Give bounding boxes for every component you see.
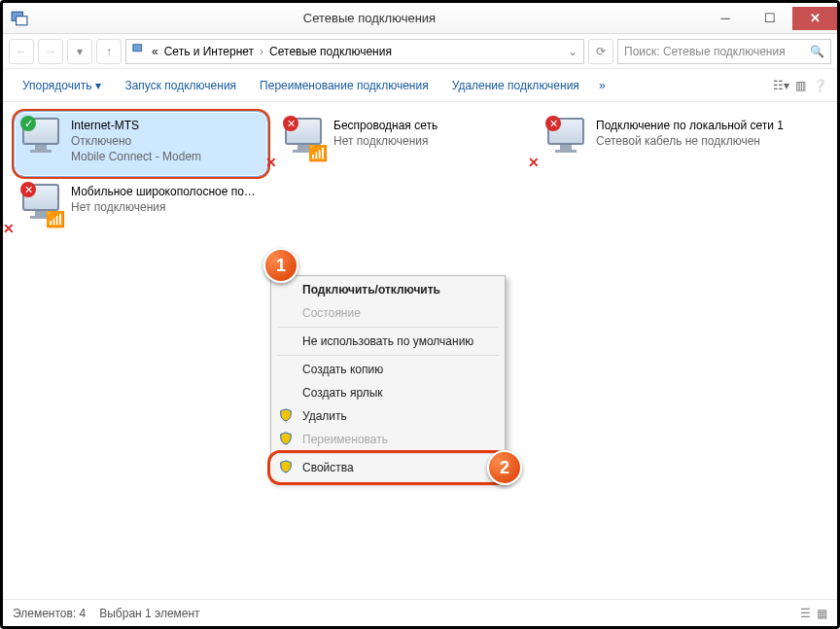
context-menu: Подключить/отключить Состояние Не исполь… [270,275,506,482]
search-placeholder: Поиск: Сетевые подключения [624,45,786,58]
connection-status: Нет подключения [71,199,260,215]
svg-rect-1 [17,16,27,24]
shield-icon [279,432,293,445]
breadcrumb-part1[interactable]: Сеть и Интернет [164,45,254,58]
callout-1: 1 [263,248,298,283]
chevron-right-icon: › [260,45,263,58]
svg-rect-2 [133,45,142,52]
menu-connect-toggle[interactable]: Подключить/отключить [273,278,503,301]
breadcrumb-part2[interactable]: Сетевые подключения [269,45,392,58]
forward-button[interactable]: → [38,39,63,64]
disconnected-x-icon: ✕ [3,221,15,236]
connection-name: Беспроводная сеть [333,118,522,133]
toolbar-more-button[interactable]: » [591,73,613,98]
chevron-down-icon[interactable]: ⌄ [568,45,578,58]
window: Сетевые подключения ← → ▾ ↑ « Сеть и Инт… [3,3,837,626]
status-badge-error-icon: ✕ [283,116,298,131]
start-connection-button[interactable]: Запуск подключения [113,73,248,98]
connections-grid: ✓ Internet-MTS Отключено Mobile Connect … [15,112,825,242]
search-box[interactable]: Поиск: Сетевые подключения 🔍 [617,39,831,64]
menu-rename: Переименовать [273,428,503,451]
menu-properties[interactable]: Свойства [273,456,503,479]
shield-icon [279,408,293,422]
toolbar: Упорядочить▾ Запуск подключения Переимен… [3,69,837,102]
preview-pane-icon[interactable]: ▥ [790,76,810,95]
statusbar: Элементов: 4 Выбран 1 элемент ☰ ▦ [3,599,837,626]
back-button[interactable]: ← [9,39,34,64]
rename-connection-button[interactable]: Переименование подключения [248,73,440,98]
organize-button[interactable]: Упорядочить▾ [11,73,113,98]
app-icon [11,10,28,27]
connection-item-lan[interactable]: ✕ Подключение по локальной сети 1 Сетево… [540,112,792,176]
maximize-button[interactable] [748,7,792,30]
callout-2: 2 [487,450,522,485]
menu-not-default[interactable]: Не использовать по умолчанию [273,330,503,353]
search-icon: 🔍 [810,45,824,58]
details-view-icon[interactable]: ☰ [800,607,811,620]
disconnected-x-icon: ✕ [265,155,277,170]
icons-view-icon[interactable]: ▦ [817,607,827,620]
status-badge-ok-icon: ✓ [20,116,36,131]
statusbar-count: Элементов: 4 [13,607,86,620]
refresh-button[interactable]: ⟳ [588,39,613,64]
navbar: ← → ▾ ↑ « Сеть и Интернет › Сетевые подк… [3,34,837,69]
connection-item-wireless[interactable]: ✕ 📶 Беспроводная сеть Нет подключения ✕ [277,112,530,176]
connection-icon: ✕ [547,118,588,158]
connection-item-internet-mts[interactable]: ✓ Internet-MTS Отключено Mobile Connect … [15,112,267,176]
help-icon[interactable]: ❔ [810,76,829,95]
minimize-button[interactable] [703,7,748,30]
breadcrumb-prefix: « [152,45,158,58]
connection-icon: ✕ 📶 [285,118,326,158]
history-dropdown[interactable]: ▾ [67,39,92,64]
connection-status: Нет подключения [333,133,522,149]
statusbar-selection: Выбран 1 элемент [99,607,199,620]
window-title: Сетевые подключения [36,11,703,25]
menu-delete[interactable]: Удалить [273,404,503,428]
connection-status: Отключено [71,133,260,149]
status-badge-error-icon: ✕ [545,116,561,131]
connection-icon: ✓ [22,118,63,158]
status-badge-error-icon: ✕ [20,182,36,197]
titlebar: Сетевые подключения [3,3,837,34]
delete-connection-button[interactable]: Удаление подключения [440,73,591,98]
window-buttons [703,7,837,30]
shield-icon [279,460,293,473]
address-bar[interactable]: « Сеть и Интернет › Сетевые подключения … [125,39,584,64]
signal-icon: 📶 [308,144,328,162]
menu-create-copy[interactable]: Создать копию [273,358,503,381]
signal-icon: 📶 [46,210,65,228]
close-button[interactable] [792,7,837,30]
connection-detail: Mobile Connect - Modem [71,149,260,164]
chevron-down-icon: ▾ [95,79,101,92]
connection-name: Мобильное широкополосное подключение [71,184,260,199]
connection-name: Подключение по локальной сети 1 [596,118,785,133]
connection-icon: ✕ 📶 [22,184,63,225]
connection-status: Сетевой кабель не подключен [596,133,785,149]
menu-state: Состояние [273,301,503,325]
address-icon [132,43,146,59]
menu-create-shortcut[interactable]: Создать ярлык [273,381,503,404]
view-options-icon[interactable]: ☷▾ [771,76,790,95]
connection-item-mobile-broadband[interactable]: ✕ 📶 Мобильное широкополосное подключение… [15,178,267,242]
disconnected-x-icon: ✕ [528,155,540,170]
connection-name: Internet-MTS [71,118,260,133]
content-area: ✓ Internet-MTS Отключено Mobile Connect … [3,102,837,599]
up-button[interactable]: ↑ [96,39,122,64]
